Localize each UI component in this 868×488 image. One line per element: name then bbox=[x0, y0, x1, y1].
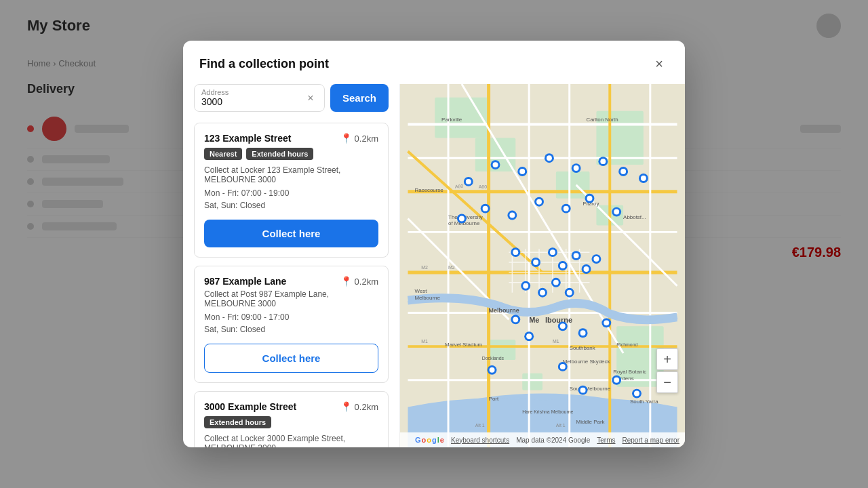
svg-point-110 bbox=[574, 253, 579, 258]
svg-point-74 bbox=[493, 162, 498, 167]
location-card-2: 987 Example Lane 📍 0.2km Collect at Post… bbox=[194, 266, 389, 383]
svg-text:Abbotsf...: Abbotsf... bbox=[623, 214, 646, 220]
svg-text:South Yarra: South Yarra bbox=[630, 399, 658, 405]
svg-point-84 bbox=[620, 169, 626, 174]
map-footer: Google Keyboard shortcuts Map data ©2024… bbox=[400, 432, 685, 447]
pin-icon-3: 📍 bbox=[340, 401, 352, 412]
svg-point-92 bbox=[509, 213, 515, 218]
pin-icon-2: 📍 bbox=[340, 276, 352, 287]
keyboard-shortcuts-link[interactable]: Keyboard shortcuts bbox=[451, 436, 509, 444]
svg-point-116 bbox=[523, 283, 528, 289]
location-2-hours-weekend: Sat, Sun: Closed bbox=[204, 325, 378, 334]
address-label: Address bbox=[201, 89, 304, 96]
svg-point-86 bbox=[641, 176, 646, 181]
location-3-badges: Extended hours bbox=[204, 416, 378, 428]
location-1-address: Collect at Locker 123 Example Street, ME… bbox=[204, 165, 378, 184]
svg-point-108 bbox=[560, 263, 566, 268]
svg-text:Richmond: Richmond bbox=[616, 342, 637, 347]
modal-header: Find a collection point × bbox=[183, 41, 685, 84]
svg-text:Parkville: Parkville bbox=[441, 117, 462, 123]
svg-point-138 bbox=[580, 388, 586, 393]
svg-point-78 bbox=[547, 155, 552, 161]
location-2-distance: 0.2km bbox=[355, 277, 378, 287]
svg-text:West: West bbox=[414, 288, 427, 294]
svg-point-94 bbox=[536, 199, 542, 205]
svg-text:Hare Krishna Melbourne: Hare Krishna Melbourne bbox=[522, 409, 573, 414]
svg-point-80 bbox=[574, 165, 579, 171]
svg-point-128 bbox=[526, 333, 532, 339]
map-svg: Parkville Carlton North Racecourse The U… bbox=[400, 84, 685, 447]
svg-text:M1: M1 bbox=[553, 339, 559, 344]
search-bar: Address 3000 × Search bbox=[183, 84, 399, 123]
svg-point-126 bbox=[560, 323, 566, 329]
clear-address-button[interactable]: × bbox=[304, 92, 317, 105]
svg-point-88 bbox=[459, 216, 465, 222]
modal-body: Address 3000 × Search 123 Example Street bbox=[183, 84, 685, 447]
location-1-hours-weekday: Mon - Fri: 07:00 - 19:00 bbox=[204, 188, 378, 198]
svg-point-124 bbox=[513, 317, 518, 322]
map-panel: Parkville Carlton North Racecourse The U… bbox=[400, 84, 685, 447]
svg-point-104 bbox=[533, 260, 538, 265]
svg-point-82 bbox=[600, 159, 606, 164]
svg-text:Melbourne: Melbourne bbox=[489, 307, 519, 314]
svg-text:M2: M2 bbox=[448, 265, 455, 270]
report-error-link[interactable]: Report a map error bbox=[623, 436, 679, 444]
svg-point-114 bbox=[593, 256, 599, 262]
terms-link[interactable]: Terms bbox=[597, 436, 615, 444]
svg-text:Carlton North: Carlton North bbox=[587, 117, 618, 123]
location-2-distance-wrap: 📍 0.2km bbox=[340, 276, 378, 287]
svg-point-120 bbox=[553, 280, 559, 285]
svg-point-136 bbox=[560, 364, 566, 369]
location-card-3: 3000 Example Street 📍 0.2km Extended hou… bbox=[194, 391, 389, 447]
location-2-name: 987 Example Lane bbox=[204, 276, 286, 287]
svg-rect-9 bbox=[522, 373, 542, 390]
google-logo: Google bbox=[415, 436, 444, 444]
svg-point-106 bbox=[550, 249, 555, 255]
location-1-hours-weekend: Sat, Sun: Closed bbox=[204, 201, 378, 210]
location-1-badges: Nearest Extended hours bbox=[204, 148, 378, 160]
svg-point-100 bbox=[614, 209, 619, 215]
map-controls: + − bbox=[656, 348, 678, 393]
collect-here-button-2[interactable]: Collect here bbox=[204, 344, 378, 373]
svg-text:Melbourne Skydeck: Melbourne Skydeck bbox=[563, 359, 610, 365]
zoom-out-button[interactable]: − bbox=[656, 371, 678, 393]
close-button[interactable]: × bbox=[650, 54, 669, 73]
svg-text:Southbank: Southbank bbox=[570, 345, 595, 351]
location-2-hours-weekday: Mon - Fri: 09:00 - 17:00 bbox=[204, 312, 378, 322]
svg-text:A60: A60 bbox=[454, 184, 463, 189]
svg-point-118 bbox=[540, 290, 545, 296]
svg-point-76 bbox=[519, 169, 525, 174]
svg-text:M1: M1 bbox=[421, 339, 428, 344]
location-1-header: 123 Example Street 📍 0.2km bbox=[204, 133, 378, 144]
map-container[interactable]: Parkville Carlton North Racecourse The U… bbox=[400, 84, 685, 447]
svg-point-112 bbox=[584, 266, 589, 272]
svg-text:Marvel Stadium: Marvel Stadium bbox=[445, 342, 483, 348]
address-value: 3000 bbox=[201, 96, 304, 107]
svg-point-130 bbox=[580, 330, 586, 336]
svg-point-134 bbox=[490, 367, 495, 373]
svg-text:Melbourne: Melbourne bbox=[414, 295, 440, 301]
map-data-text: Map data ©2024 Google bbox=[516, 436, 590, 444]
pin-icon-1: 📍 bbox=[340, 133, 352, 144]
address-input-inner: Address 3000 bbox=[201, 85, 304, 111]
svg-text:Me: Me bbox=[529, 316, 539, 324]
location-list: 123 Example Street 📍 0.2km Nearest Exten… bbox=[183, 123, 399, 447]
svg-text:M2: M2 bbox=[421, 265, 428, 270]
address-input-wrap[interactable]: Address 3000 × bbox=[194, 84, 325, 112]
svg-point-122 bbox=[567, 290, 572, 296]
search-button[interactable]: Search bbox=[330, 84, 389, 112]
location-2-header: 987 Example Lane 📍 0.2km bbox=[204, 276, 378, 287]
collect-here-button-1[interactable]: Collect here bbox=[204, 220, 378, 247]
svg-text:Alt 1: Alt 1 bbox=[475, 423, 485, 428]
svg-point-90 bbox=[483, 206, 488, 211]
svg-text:Middle Park: Middle Park bbox=[576, 419, 605, 425]
location-3-name: 3000 Example Street bbox=[204, 401, 296, 412]
zoom-in-button[interactable]: + bbox=[656, 348, 678, 370]
svg-text:Alt 1: Alt 1 bbox=[556, 423, 566, 428]
location-3-header: 3000 Example Street 📍 0.2km bbox=[204, 401, 378, 412]
badge-extended-3: Extended hours bbox=[204, 416, 271, 428]
badge-extended-1: Extended hours bbox=[246, 148, 313, 160]
location-1-name: 123 Example Street bbox=[204, 133, 291, 144]
svg-point-132 bbox=[604, 320, 609, 325]
location-3-distance-wrap: 📍 0.2km bbox=[340, 401, 378, 412]
